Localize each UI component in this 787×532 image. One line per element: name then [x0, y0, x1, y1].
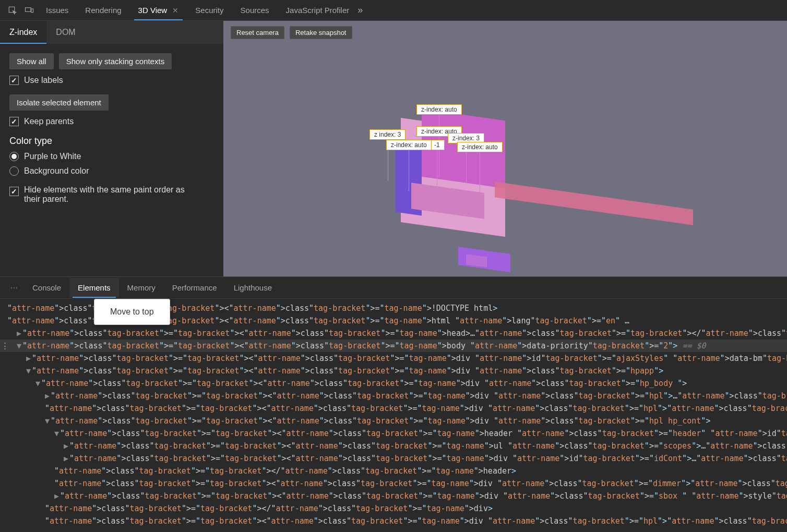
dom-tree-line[interactable]: ▼"attr-name">class"tag-bracket">="tag-br…: [0, 365, 787, 377]
keep-parents-checkbox[interactable]: [9, 117, 19, 126]
bottom-drawer: ⋯ Console Elements Memory Performance Li…: [0, 276, 787, 532]
radio-purple-white-label: Purple to White: [24, 152, 81, 161]
dom-tree-line[interactable]: ▶"attr-name">class"tag-bracket">="tag-br…: [0, 452, 787, 465]
dom-tree-line[interactable]: ▶"attr-name">class"tag-bracket">="tag-br…: [0, 352, 787, 365]
more-tabs-icon[interactable]: »: [357, 5, 363, 16]
dom-tree-line[interactable]: ▶"attr-name">class"tag-bracket">="tag-br…: [0, 490, 787, 502]
dom-tree-line[interactable]: "attr-name">class"tag-bracket">="tag-bra…: [0, 502, 787, 515]
tab-memory[interactable]: Memory: [119, 278, 164, 297]
bottom-content: Move to top "attr-name">class"tag-bracke…: [0, 299, 787, 532]
show-stacking-contexts-button[interactable]: Show only stacking contexts: [59, 53, 172, 69]
dom-tree-line[interactable]: "attr-name">class"tag-bracket">="tag-bra…: [0, 515, 787, 527]
tab-3d-view[interactable]: 3D View ✕: [130, 1, 187, 20]
hide-same-paint-label: Hide elements with the same paint order …: [24, 185, 201, 204]
tab-js-profiler[interactable]: JavaScript Profiler: [278, 1, 358, 20]
hide-same-paint-checkbox[interactable]: [9, 187, 19, 196]
viz-3d-scene[interactable]: z-index: auto z-index: auto z index: 3 z…: [317, 94, 552, 271]
dom-tree-line[interactable]: ▼"attr-name">class"tag-bracket">="tag-br…: [0, 415, 787, 427]
reset-camera-button[interactable]: Reset camera: [231, 26, 284, 39]
use-labels-checkbox[interactable]: [9, 76, 19, 85]
radio-bgcolor-label: Background color: [24, 166, 89, 176]
subtab-zindex[interactable]: Z-index: [0, 21, 46, 44]
radio-purple-white[interactable]: [9, 152, 19, 161]
viz-3d-panel[interactable]: Reset camera Retake snapshot i z-index: …: [223, 21, 787, 276]
tab-3d-view-label: 3D View: [138, 6, 168, 15]
tab-close-icon[interactable]: ✕: [172, 6, 178, 15]
tab-lighthouse[interactable]: Lighthouse: [225, 278, 280, 297]
dom-tree-line[interactable]: ▼"attr-name">class"tag-bracket">="tag-br…: [0, 340, 787, 352]
radio-bgcolor[interactable]: [9, 166, 19, 176]
drawer-more-icon[interactable]: ⋯: [4, 284, 24, 292]
z-label: z-index: auto: [386, 140, 432, 150]
keep-parents-label: Keep parents: [24, 117, 74, 126]
isolate-element-button[interactable]: Isolate selected element: [9, 94, 109, 111]
tab-sources[interactable]: Sources: [232, 1, 278, 20]
zindex-panel: Z-index DOM Show all Show only stacking …: [0, 21, 223, 276]
use-labels-label: Use labels: [24, 76, 63, 85]
show-all-button[interactable]: Show all: [9, 53, 54, 69]
color-type-header: Color type: [9, 136, 214, 147]
dom-tree-line[interactable]: "attr-name">class"tag-bracket">="tag-bra…: [0, 477, 787, 490]
zindex-body: Show all Show only stacking contexts Use…: [0, 44, 223, 221]
dom-tree-line[interactable]: "attr-name">class"tag-bracket">="tag-bra…: [0, 402, 787, 415]
dom-tree-line[interactable]: ▶"attr-name">class"tag-bracket">="tag-br…: [0, 327, 787, 340]
device-toggle-icon[interactable]: [21, 2, 38, 19]
svg-rect-7: [31, 9, 33, 13]
mid-section: Z-index DOM Show all Show only stacking …: [0, 21, 787, 276]
dom-tree-line[interactable]: ▶"attr-name">class"tag-bracket">="tag-br…: [0, 440, 787, 452]
tab-security[interactable]: Security: [187, 1, 232, 20]
tab-performance[interactable]: Performance: [164, 278, 225, 297]
z-label: -1: [430, 140, 445, 150]
dom-tree[interactable]: Move to top "attr-name">class"tag-bracke…: [0, 299, 787, 532]
dom-tree-line[interactable]: ▼"attr-name">class"tag-bracket">="tag-br…: [0, 377, 787, 390]
retake-snapshot-button[interactable]: Retake snapshot: [290, 26, 352, 39]
z-label: z-index: auto: [416, 104, 462, 115]
dom-tree-line[interactable]: ▶"attr-name">class"tag-bracket">="tag-br…: [0, 390, 787, 402]
devtools-pane: Issues Rendering 3D View ✕ Security Sour…: [0, 0, 787, 532]
z-label: z index: 3: [369, 129, 406, 140]
zindex-tabbar: Z-index DOM: [0, 21, 223, 44]
subtab-dom[interactable]: DOM: [46, 21, 85, 44]
inspect-element-icon[interactable]: [4, 2, 21, 19]
tab-issues[interactable]: Issues: [38, 1, 77, 20]
tab-console[interactable]: Console: [24, 278, 69, 297]
devtools-tabbar: Issues Rendering 3D View ✕ Security Sour…: [0, 0, 787, 21]
tab-elements[interactable]: Elements: [69, 278, 119, 297]
z-label: z-index: auto: [457, 142, 503, 152]
tab-rendering[interactable]: Rendering: [77, 1, 129, 20]
dom-tree-line[interactable]: "attr-name">class"tag-bracket">="tag-bra…: [0, 465, 787, 477]
svg-rect-5: [9, 7, 15, 13]
context-tooltip[interactable]: Move to top: [94, 299, 170, 325]
dom-tree-line[interactable]: ▼"attr-name">class"tag-bracket">="tag-br…: [0, 427, 787, 440]
bottom-tabbar: ⋯ Console Elements Memory Performance Li…: [0, 277, 787, 299]
svg-rect-6: [26, 7, 31, 11]
